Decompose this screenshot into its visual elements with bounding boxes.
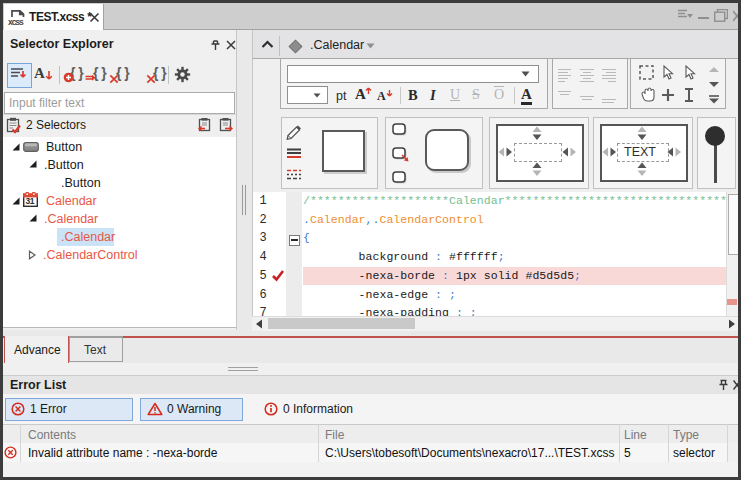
svg-text:31: 31	[26, 196, 35, 206]
svg-text:XCSS: XCSS	[8, 19, 24, 26]
